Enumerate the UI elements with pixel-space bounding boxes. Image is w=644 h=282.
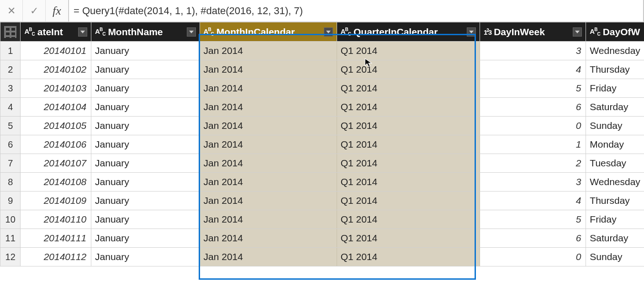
cell-quarterincalendar[interactable]: Q1 2014 (337, 117, 480, 135)
table-row[interactable]: 720140107JanuaryJan 2014Q1 20142Tuesday (0, 154, 644, 173)
cell-monthincalendar[interactable]: Jan 2014 (200, 154, 337, 173)
filter-dropdown-button[interactable] (324, 27, 333, 37)
cell-monthname[interactable]: January (91, 135, 200, 154)
cell-dateint[interactable]: 20140101 (21, 42, 91, 60)
cell-dateint[interactable]: 20140111 (21, 229, 91, 248)
cell-monthname[interactable]: January (91, 210, 200, 229)
cell-quarterincalendar[interactable]: Q1 2014 (337, 60, 480, 79)
cell-dateint[interactable]: 20140109 (21, 192, 91, 210)
cell-quarterincalendar[interactable]: Q1 2014 (337, 135, 480, 154)
cell-quarterincalendar[interactable]: Q1 2014 (337, 229, 480, 248)
cell-quarterincalendar[interactable]: Q1 2014 (337, 192, 480, 210)
column-header-monthname[interactable]: ABCMonthName (91, 22, 200, 42)
cell-quarterincalendar[interactable]: Q1 2014 (337, 79, 480, 98)
cell-dateint[interactable]: 20140106 (21, 135, 91, 154)
cell-dayinweek[interactable]: 0 (480, 248, 586, 266)
cell-quarterincalendar[interactable]: Q1 2014 (337, 210, 480, 229)
table-row[interactable]: 420140104JanuaryJan 2014Q1 20146Saturday (0, 98, 644, 117)
cell-dayinweek[interactable]: 6 (480, 229, 586, 248)
row-number[interactable]: 5 (0, 117, 21, 135)
table-row[interactable]: 520140105JanuaryJan 2014Q1 20140Sunday (0, 117, 644, 135)
fx-button[interactable]: fx (46, 0, 69, 21)
cell-dateint[interactable]: 20140102 (21, 60, 91, 79)
column-header-monthincalendar[interactable]: ABCMonthInCalendar (200, 22, 337, 42)
cell-monthincalendar[interactable]: Jan 2014 (200, 98, 337, 117)
cell-dayofw[interactable]: Tuesday (586, 154, 644, 173)
cell-dayinweek[interactable]: 5 (480, 210, 586, 229)
cell-dayinweek[interactable]: 5 (480, 79, 586, 98)
cell-dateint[interactable]: 20140103 (21, 79, 91, 98)
row-number[interactable]: 8 (0, 173, 21, 192)
cell-dayofw[interactable]: Sunday (586, 248, 644, 266)
cell-quarterincalendar[interactable]: Q1 2014 (337, 98, 480, 117)
cell-dateint[interactable]: 20140104 (21, 98, 91, 117)
cell-monthname[interactable]: January (91, 173, 200, 192)
cell-monthincalendar[interactable]: Jan 2014 (200, 210, 337, 229)
cell-dayinweek[interactable]: 6 (480, 98, 586, 117)
cell-dayofw[interactable]: Wednesday (586, 42, 644, 60)
cell-monthincalendar[interactable]: Jan 2014 (200, 60, 337, 79)
cell-dayofw[interactable]: Sunday (586, 117, 644, 135)
cell-monthname[interactable]: January (91, 192, 200, 210)
row-number[interactable]: 9 (0, 192, 21, 210)
column-header-dayinweek[interactable]: 123DayInWeek (480, 22, 586, 42)
row-number[interactable]: 3 (0, 79, 21, 98)
row-number[interactable]: 7 (0, 154, 21, 173)
row-number[interactable]: 11 (0, 229, 21, 248)
column-header-dateint[interactable]: ABCateInt (21, 22, 91, 42)
cell-dayinweek[interactable]: 4 (480, 192, 586, 210)
cell-monthincalendar[interactable]: Jan 2014 (200, 192, 337, 210)
cell-monthname[interactable]: January (91, 42, 200, 60)
cell-dateint[interactable]: 20140110 (21, 210, 91, 229)
cell-monthincalendar[interactable]: Jan 2014 (200, 229, 337, 248)
cell-monthincalendar[interactable]: Jan 2014 (200, 117, 337, 135)
cell-quarterincalendar[interactable]: Q1 2014 (337, 248, 480, 266)
cell-dayofw[interactable]: Friday (586, 79, 644, 98)
cell-monthincalendar[interactable]: Jan 2014 (200, 135, 337, 154)
cell-dayofw[interactable]: Saturday (586, 229, 644, 248)
formula-input[interactable]: = Query1(#date(2014, 1, 1), #date(2016, … (69, 0, 644, 21)
cell-monthname[interactable]: January (91, 117, 200, 135)
cell-quarterincalendar[interactable]: Q1 2014 (337, 42, 480, 60)
cell-dateint[interactable]: 20140107 (21, 154, 91, 173)
cell-monthname[interactable]: January (91, 229, 200, 248)
table-row[interactable]: 1020140110JanuaryJan 2014Q1 20145Friday (0, 210, 644, 229)
filter-dropdown-button[interactable] (573, 27, 582, 37)
row-number[interactable]: 2 (0, 60, 21, 79)
table-row[interactable]: 220140102JanuaryJan 2014Q1 20144Thursday (0, 60, 644, 79)
table-row[interactable]: 820140108JanuaryJan 2014Q1 20143Wednesda… (0, 173, 644, 192)
table-row[interactable]: 920140109JanuaryJan 2014Q1 20144Thursday (0, 192, 644, 210)
table-row[interactable]: 120140101JanuaryJan 2014Q1 20143Wednesda… (0, 42, 644, 60)
filter-dropdown-button[interactable] (467, 27, 476, 37)
select-all-button[interactable] (0, 22, 21, 42)
cell-monthname[interactable]: January (91, 98, 200, 117)
cell-dayofw[interactable]: Monday (586, 135, 644, 154)
table-row[interactable]: 1120140111JanuaryJan 2014Q1 20146Saturda… (0, 229, 644, 248)
confirm-button[interactable]: ✓ (23, 0, 46, 21)
table-row[interactable]: 320140103JanuaryJan 2014Q1 20145Friday (0, 79, 644, 98)
cell-dayinweek[interactable]: 4 (480, 60, 586, 79)
cell-dayofw[interactable]: Friday (586, 210, 644, 229)
column-header-quarterincalendar[interactable]: ABCQuarterInCalendar (337, 22, 480, 42)
cell-dayinweek[interactable]: 0 (480, 117, 586, 135)
cell-dateint[interactable]: 20140105 (21, 117, 91, 135)
row-number[interactable]: 4 (0, 98, 21, 117)
cell-dayinweek[interactable]: 3 (480, 173, 586, 192)
cell-monthincalendar[interactable]: Jan 2014 (200, 42, 337, 60)
filter-dropdown-button[interactable] (78, 27, 87, 37)
cell-dayofw[interactable]: Thursday (586, 60, 644, 79)
cell-dateint[interactable]: 20140108 (21, 173, 91, 192)
cell-monthname[interactable]: January (91, 154, 200, 173)
table-row[interactable]: 620140106JanuaryJan 2014Q1 20141Monday (0, 135, 644, 154)
cell-dateint[interactable]: 20140112 (21, 248, 91, 266)
cell-dayinweek[interactable]: 1 (480, 135, 586, 154)
cell-quarterincalendar[interactable]: Q1 2014 (337, 173, 480, 192)
cell-dayinweek[interactable]: 2 (480, 154, 586, 173)
cell-monthincalendar[interactable]: Jan 2014 (200, 248, 337, 266)
cell-quarterincalendar[interactable]: Q1 2014 (337, 154, 480, 173)
cell-monthname[interactable]: January (91, 79, 200, 98)
table-row[interactable]: 1220140112JanuaryJan 2014Q1 20140Sunday (0, 248, 644, 266)
cell-monthincalendar[interactable]: Jan 2014 (200, 173, 337, 192)
row-number[interactable]: 1 (0, 42, 21, 60)
row-number[interactable]: 12 (0, 248, 21, 266)
